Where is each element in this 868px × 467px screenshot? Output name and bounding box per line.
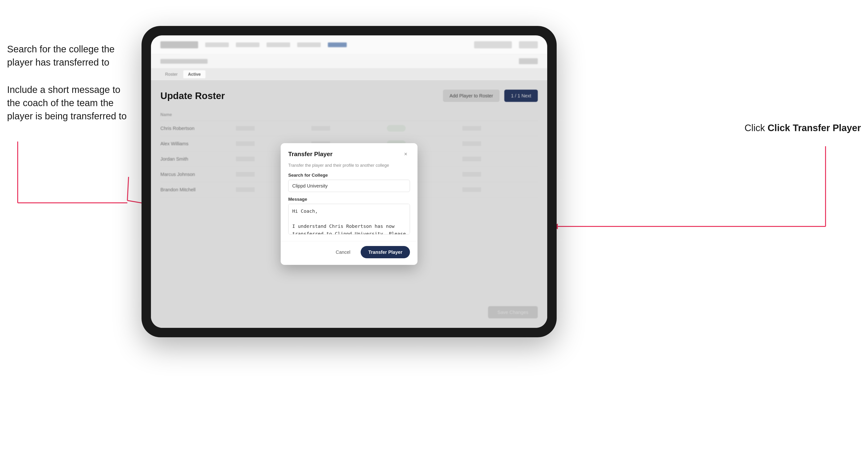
modal-overlay: Transfer Player × Transfer the player an… — [151, 80, 547, 328]
modal-footer: Cancel Transfer Player — [281, 241, 417, 265]
annotation-click-text: Click Click Transfer Player — [744, 123, 861, 133]
tab-bar: Roster Active — [151, 68, 547, 80]
tab-roster: Roster — [160, 70, 182, 78]
content-area: Update Roster Add Player to Roster 1 / 1… — [151, 80, 547, 328]
top-nav — [151, 35, 547, 54]
tablet-frame: Roster Active Update Roster Add Player t… — [142, 26, 557, 337]
message-textarea[interactable]: Hi Coach, I understand Chris Robertson h… — [288, 204, 410, 235]
modal-header: Transfer Player × — [281, 143, 417, 163]
annotation-left: Search for the college the player has tr… — [7, 42, 130, 137]
search-college-input[interactable] — [288, 180, 410, 192]
transfer-player-button[interactable]: Transfer Player — [361, 246, 410, 258]
nav-right-action — [519, 41, 538, 49]
annotation-message-text: Include a short message to the coach of … — [7, 83, 130, 123]
nav-item-moreinfo — [297, 42, 321, 47]
nav-item-statistics — [267, 42, 290, 47]
tablet-screen: Roster Active Update Roster Add Player t… — [151, 35, 547, 328]
nav-item-community — [205, 42, 229, 47]
modal-close-button[interactable]: × — [401, 150, 410, 158]
nav-item-active — [328, 42, 347, 47]
modal-subtitle: Transfer the player and their profile to… — [288, 163, 410, 168]
annotation-search-text: Search for the college the player has tr… — [7, 42, 130, 69]
breadcrumb-placeholder — [160, 59, 208, 64]
sub-header — [151, 54, 547, 68]
annotation-right: Click Click Transfer Player — [744, 123, 861, 133]
cancel-button[interactable]: Cancel — [329, 246, 357, 258]
modal-body: Transfer the player and their profile to… — [281, 163, 417, 241]
modal-title: Transfer Player — [288, 151, 333, 158]
tab-active: Active — [183, 70, 206, 78]
message-label: Message — [288, 197, 410, 202]
nav-item-tools — [236, 42, 259, 47]
nav-right-profile — [474, 41, 512, 49]
search-college-label: Search for College — [288, 173, 410, 178]
create-button-placeholder — [519, 58, 538, 64]
nav-logo — [160, 41, 198, 49]
svg-line-1 — [127, 177, 129, 200]
transfer-player-modal: Transfer Player × Transfer the player an… — [281, 143, 417, 265]
